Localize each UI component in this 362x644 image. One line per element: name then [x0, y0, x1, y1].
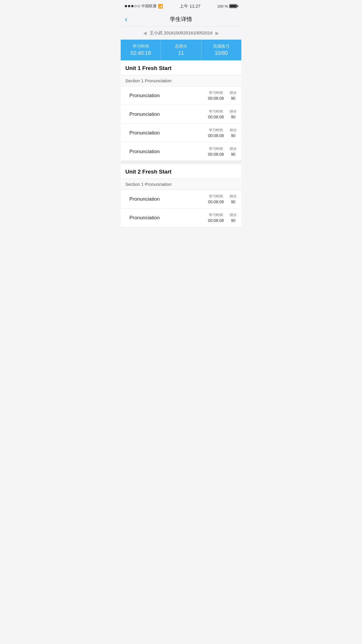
stat-label: 总得分 — [175, 44, 187, 49]
exercise-name: Pronunciation — [129, 130, 208, 136]
stat-item: 完成练习 10/80 — [201, 40, 241, 60]
exercise-name: Pronunciation — [129, 93, 208, 99]
section-header-1-1: Section 1 Pronunciation — [121, 75, 241, 86]
exercise-name: Pronunciation — [129, 215, 208, 221]
carrier-label: 中国联通 — [141, 4, 157, 9]
status-right: 100 % — [217, 4, 237, 8]
exercise-meta: 学习时间 00:08:08 得分 90 — [208, 194, 237, 204]
status-bar: 中国联通 📶 上午 11:27 100 % — [121, 0, 241, 12]
study-time-col: 学习时间 00:08:08 — [208, 146, 224, 157]
unit-header-2: Unit 2 Fresh Start — [121, 164, 241, 178]
signal-dots — [125, 5, 140, 7]
exercise-row[interactable]: Pronunciation 学习时间 00:08:08 得分 90 — [121, 124, 241, 142]
stat-value: 11 — [178, 50, 184, 56]
score-label: 得分 — [230, 128, 237, 133]
exercise-meta: 学习时间 00:08:08 得分 90 — [208, 213, 237, 223]
exercise-meta: 学习时间 00:08:08 得分 90 — [208, 146, 237, 157]
nav-bar: ‹ 学生详情 — [121, 12, 241, 27]
score-col: 得分 90 — [230, 213, 237, 223]
exercise-row[interactable]: Pronunciation 学习时间 00:08:08 得分 90 — [121, 142, 241, 161]
exercise-meta: 学习时间 00:08:08 得分 90 — [208, 128, 237, 138]
score-value: 90 — [231, 133, 236, 138]
study-time-label: 学习时间 — [209, 109, 223, 114]
back-button[interactable]: ‹ — [125, 15, 127, 24]
score-value: 90 — [231, 200, 236, 204]
study-time-col: 学习时间 00:08:08 — [208, 109, 224, 119]
score-col: 得分 90 — [230, 90, 237, 101]
score-value: 90 — [231, 218, 236, 223]
dot4 — [134, 5, 137, 7]
score-label: 得分 — [230, 213, 237, 218]
study-time-label: 学习时间 — [209, 90, 223, 95]
exercise-meta: 学习时间 00:08:08 得分 90 — [208, 109, 237, 119]
study-time-value: 00:08:08 — [208, 96, 224, 101]
exercise-row[interactable]: Pronunciation 学习时间 00:08:08 得分 90 — [121, 209, 241, 227]
exercise-meta: 学习时间 00:08:08 得分 90 — [208, 90, 237, 101]
exercise-row[interactable]: Pronunciation 学习时间 00:08:08 得分 90 — [121, 105, 241, 124]
content-area: Unit 1 Fresh StartSection 1 Pronunciatio… — [121, 60, 241, 227]
battery-percent: 100 % — [217, 4, 228, 8]
score-col: 得分 90 — [230, 194, 237, 204]
study-time-value: 00:08:08 — [208, 218, 224, 223]
score-value: 90 — [231, 115, 236, 119]
section-header-2-1: Section 1 Pronunciation — [121, 178, 241, 190]
dot1 — [125, 5, 127, 7]
study-time-value: 00:08:08 — [208, 200, 224, 204]
study-time-label: 学习时间 — [209, 194, 223, 199]
exercise-row[interactable]: Pronunciation 学习时间 00:08:08 得分 90 — [121, 86, 241, 105]
right-arrow-icon: ▶ — [215, 31, 219, 36]
stat-item: 学习时间 02:40:18 — [121, 40, 161, 60]
status-time: 上午 11:27 — [180, 4, 201, 9]
battery-icon — [229, 4, 237, 8]
exercise-name: Pronunciation — [129, 149, 208, 155]
exercise-name: Pronunciation — [129, 196, 208, 202]
stats-bar: 学习时间 02:40:18 总得分 11 完成练习 10/80 — [121, 40, 241, 60]
stat-label: 完成练习 — [213, 44, 229, 49]
score-label: 得分 — [230, 109, 237, 114]
unit-header-1: Unit 1 Fresh Start — [121, 60, 241, 75]
left-arrow-icon: ◀ — [143, 31, 147, 36]
study-time-col: 学习时间 00:08:08 — [208, 128, 224, 138]
student-selector: ◀ 王小武 20161005201610052016 ▶ — [121, 27, 241, 40]
score-col: 得分 90 — [230, 128, 237, 138]
study-time-label: 学习时间 — [209, 213, 223, 218]
study-time-col: 学习时间 00:08:08 — [208, 90, 224, 101]
wifi-icon: 📶 — [158, 4, 163, 8]
unit-separator — [121, 161, 241, 164]
exercise-name: Pronunciation — [129, 111, 208, 117]
study-time-label: 学习时间 — [209, 128, 223, 133]
score-value: 90 — [231, 96, 236, 101]
study-time-col: 学习时间 00:08:08 — [208, 194, 224, 204]
exercise-row[interactable]: Pronunciation 学习时间 00:08:08 得分 90 — [121, 190, 241, 209]
stat-label: 学习时间 — [133, 44, 149, 49]
score-label: 得分 — [230, 146, 237, 151]
stat-value: 10/80 — [215, 50, 228, 56]
score-col: 得分 90 — [230, 146, 237, 157]
score-value: 90 — [231, 152, 236, 157]
study-time-value: 00:08:08 — [208, 115, 224, 119]
prev-student-button[interactable]: ◀ — [143, 30, 147, 36]
study-time-label: 学习时间 — [209, 146, 223, 151]
score-label: 得分 — [230, 194, 237, 199]
study-time-value: 00:08:08 — [208, 133, 224, 138]
study-time-value: 00:08:08 — [208, 152, 224, 157]
status-left: 中国联通 📶 — [125, 4, 163, 9]
battery-fill — [230, 5, 237, 8]
study-time-col: 学习时间 00:08:08 — [208, 213, 224, 223]
dot3 — [131, 5, 133, 7]
page-title: 学生详情 — [170, 15, 192, 23]
student-name: 王小武 20161005201610052016 — [150, 30, 212, 36]
dot5 — [138, 5, 140, 7]
stat-item: 总得分 11 — [161, 40, 201, 60]
dot2 — [128, 5, 130, 7]
stat-value: 02:40:18 — [131, 50, 151, 56]
next-student-button[interactable]: ▶ — [215, 30, 219, 36]
score-col: 得分 90 — [230, 109, 237, 119]
back-chevron-icon: ‹ — [125, 15, 127, 24]
score-label: 得分 — [230, 90, 237, 95]
